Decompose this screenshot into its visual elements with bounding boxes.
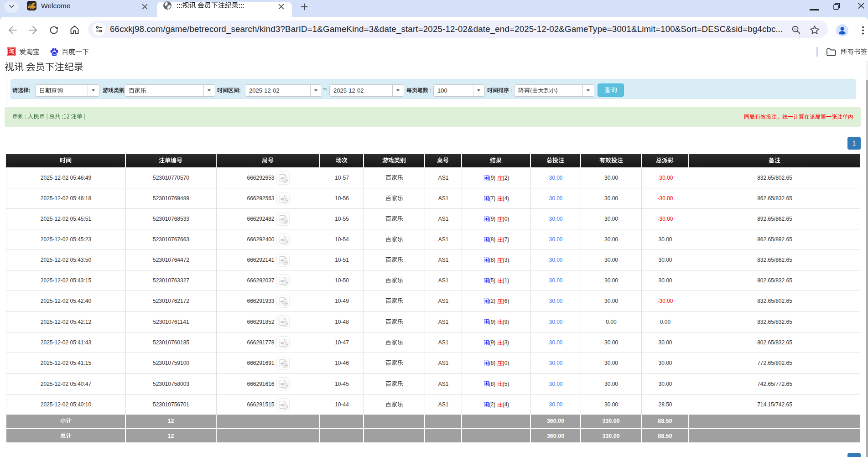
svg-text:du: du (52, 52, 56, 55)
